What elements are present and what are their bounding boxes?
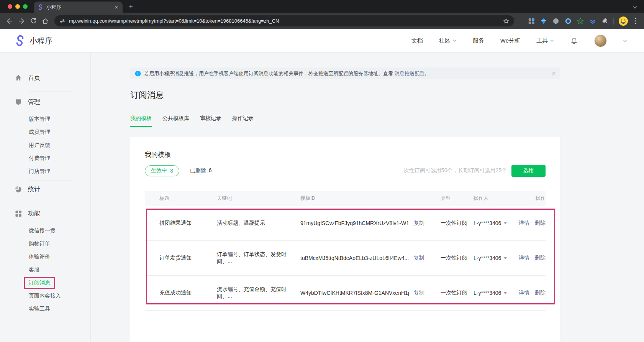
operator-dropdown[interactable]: L-y****3406: [474, 255, 519, 261]
extension-star-icon[interactable]: [577, 17, 584, 25]
forward-button[interactable]: [16, 16, 26, 26]
toolbar-divider: [613, 18, 614, 25]
sidebar-item-shopping-orders[interactable]: 购物订单: [29, 239, 90, 248]
extension-gem-icon[interactable]: [540, 17, 547, 25]
panel-heading: 我的模板: [145, 150, 546, 159]
extension-globe-icon[interactable]: [552, 17, 560, 25]
browser-profile-avatar[interactable]: [618, 16, 628, 26]
notification-bell-icon[interactable]: [570, 37, 578, 45]
select-button[interactable]: 选用: [511, 165, 546, 177]
filter-active-pill[interactable]: 生效中 3: [145, 165, 179, 176]
delete-link[interactable]: 删除: [535, 289, 546, 296]
cell-template-id: tuBMcxMJ5ttqNtBdcAoELb3-zULoL6lf4Ew4...: [300, 255, 409, 261]
logo-text: 小程序: [29, 36, 52, 46]
window-minimize-button[interactable]: [15, 4, 20, 9]
operator-dropdown[interactable]: L-y****3406: [474, 290, 519, 296]
nav-item-community[interactable]: 社区: [439, 37, 457, 44]
sidebar-item-page-content[interactable]: 页面内容接入: [29, 291, 90, 301]
extension-layers-icon[interactable]: [589, 17, 596, 25]
sidebar-item-payment[interactable]: 付费管理: [29, 154, 90, 163]
home-button[interactable]: [40, 16, 50, 26]
copy-link[interactable]: 复制: [413, 255, 424, 261]
detail-link[interactable]: 详情: [519, 289, 529, 296]
sidebar-section-features[interactable]: 功能: [0, 209, 90, 218]
tab-search-chevron-icon[interactable]: [633, 6, 637, 9]
tab-close-icon[interactable]: ×: [114, 5, 119, 10]
window-controls: [0, 4, 34, 13]
cell-keywords: 订单编号、订单状态、发货时间、...: [217, 251, 300, 265]
account-chevron-icon[interactable]: [623, 39, 627, 42]
operator-value: L-y****3406: [474, 220, 501, 226]
home-icon: [15, 74, 22, 82]
templates-table: 标题 关键词 模板ID 类型 操作人 操作 拼团结果通知 活动标题、温馨提示 9…: [145, 191, 546, 311]
extension-ring-icon[interactable]: [564, 17, 572, 25]
window-close-button[interactable]: [8, 4, 12, 9]
reload-button[interactable]: [28, 16, 38, 26]
browser-menu-icon[interactable]: [633, 17, 639, 25]
back-button[interactable]: [5, 16, 15, 26]
filter-deleted[interactable]: 已删除 6: [190, 167, 212, 174]
copy-link[interactable]: 复制: [414, 220, 424, 227]
operator-dropdown[interactable]: L-y****3406: [474, 220, 519, 226]
window-zoom-button[interactable]: [23, 4, 28, 9]
table-header: 标题 关键词 模板ID 类型 操作人 操作: [145, 191, 546, 206]
table-row: 订单发货通知 订单编号、订单状态、发货时间、... tuBMcxMJ5ttqNt…: [145, 241, 546, 276]
sidebar: 首页 管理 版本管理 成员管理 用户反馈 付费管理 门店管理 统计: [0, 53, 91, 342]
tab-public-library[interactable]: 公共模板库: [162, 115, 189, 127]
browser-toolbar: mp.weixin.qq.com/wxamp/newtmpl/mytmpl?st…: [0, 13, 644, 29]
detail-link[interactable]: 详情: [519, 220, 529, 227]
chevron-down-icon: [504, 222, 507, 224]
header-actions: 操作: [536, 195, 546, 202]
extensions-puzzle-icon[interactable]: [601, 17, 609, 25]
sidebar-item-members[interactable]: 成员管理: [29, 128, 90, 137]
copy-link[interactable]: 复制: [414, 289, 424, 296]
operator-value: L-y****3406: [474, 255, 501, 261]
header-keywords: 关键词: [217, 195, 300, 202]
miniprogram-logo[interactable]: 小程序: [14, 35, 52, 46]
sidebar-section-stats[interactable]: 统计: [0, 185, 90, 194]
header-title: 标题: [145, 195, 217, 202]
tab-operation-records[interactable]: 操作记录: [232, 115, 254, 127]
tab-review-records[interactable]: 审核记录: [200, 115, 221, 127]
sidebar-item-experience-review[interactable]: 体验评价: [29, 252, 90, 261]
sidebar-item-subscribe-message[interactable]: 订阅消息: [29, 278, 90, 288]
sidebar-item-home[interactable]: 首页: [0, 73, 90, 82]
nav-item-docs[interactable]: 文档: [411, 37, 423, 44]
detail-link[interactable]: 详情: [519, 255, 529, 261]
nav-item-services[interactable]: 服务: [473, 37, 484, 44]
pie-chart-icon: [15, 186, 22, 193]
tab-my-templates[interactable]: 我的模板: [130, 115, 152, 127]
sidebar-item-customer-service[interactable]: 客服: [29, 265, 90, 275]
banner-config-link[interactable]: 消息推送配置: [395, 70, 424, 77]
annotation-box-sidebar: 订阅消息: [24, 277, 55, 289]
sidebar-divider: [29, 91, 71, 92]
sidebar-item-experiment-tools[interactable]: 实验工具: [29, 304, 90, 314]
banner-suffix: 。: [424, 70, 429, 77]
bookmark-star-icon[interactable]: [503, 18, 510, 25]
banner-close-icon[interactable]: ×: [552, 71, 556, 77]
sidebar-item-stores[interactable]: 门店管理: [29, 167, 90, 176]
info-banner: 若启用小程序消息推送，用户在手机客户端使用订阅消息功能的相关事件，将会推送至所配…: [130, 67, 560, 79]
browser-tab[interactable]: 小程序 ×: [34, 2, 123, 13]
filters-row: 生效中 3 已删除 6 一次性订阅可选用50个，长期订阅可选用25个 选用: [145, 165, 546, 177]
page-title: 订阅消息: [130, 89, 560, 101]
chevron-down-icon: [504, 292, 507, 294]
sidebar-item-wechat-search[interactable]: 微信搜一搜: [29, 226, 90, 235]
site-info-icon[interactable]: [59, 18, 66, 24]
sidebar-manage-list: 版本管理 成员管理 用户反馈 付费管理 门店管理: [0, 115, 90, 176]
nav-item-tools[interactable]: 工具: [536, 37, 554, 44]
extension-grid-icon[interactable]: [528, 17, 535, 25]
my-templates-panel: 我的模板 生效中 3 已删除 6 一次性订阅可选用50个，长期订阅可选用25个 …: [130, 137, 560, 342]
nav-item-we-analysis[interactable]: We分析: [500, 37, 520, 44]
quota-hint: 一次性订阅可选用50个，长期订阅可选用25个: [398, 167, 507, 174]
address-bar[interactable]: mp.weixin.qq.com/wxamp/newtmpl/mytmpl?st…: [54, 15, 514, 26]
sidebar-item-version[interactable]: 版本管理: [29, 115, 90, 124]
sidebar-section-manage[interactable]: 管理: [0, 97, 90, 107]
account-avatar[interactable]: [594, 35, 607, 47]
new-tab-button[interactable]: +: [129, 3, 133, 10]
delete-link[interactable]: 删除: [535, 255, 546, 261]
site-header: 小程序 文档 社区 服务 We分析 工具: [0, 29, 644, 53]
extensions-row: [521, 16, 639, 26]
sidebar-item-feedback[interactable]: 用户反馈: [29, 141, 90, 150]
delete-link[interactable]: 删除: [535, 220, 546, 227]
